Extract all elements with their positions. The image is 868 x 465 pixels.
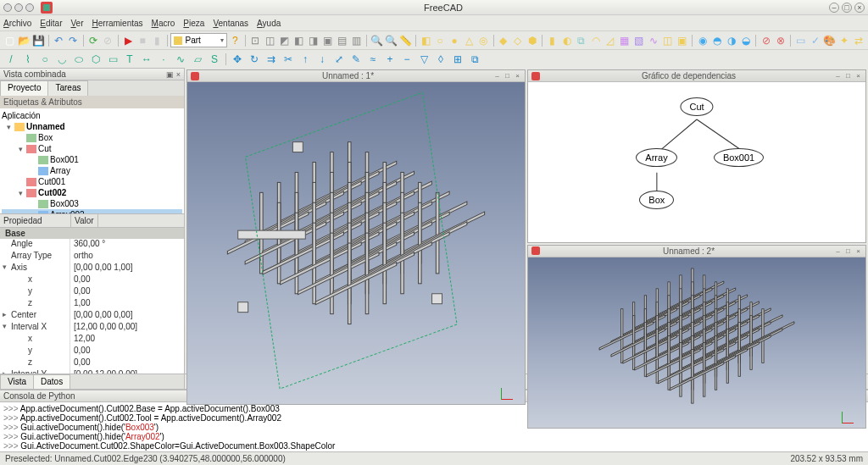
window-min2-icon[interactable]: – — [829, 3, 839, 13]
offset-icon[interactable]: ◫ — [661, 33, 674, 48]
dep-node-box[interactable]: Box — [639, 191, 674, 209]
3d-view-1[interactable]: Unnamed : 1*–□× — [186, 69, 526, 405]
property-row[interactable]: x12,00 — [0, 334, 184, 346]
zoom-in-icon[interactable]: 🔍 — [370, 33, 383, 48]
part-icon[interactable]: ◆ — [497, 33, 509, 48]
menu-herramientas[interactable]: Herramientas — [92, 19, 143, 28]
help-icon[interactable]: ? — [229, 33, 242, 48]
tree-item[interactable]: ▾Unnamed — [2, 121, 182, 132]
3d-view-2[interactable]: Unnamed : 2*–□× — [527, 245, 866, 429]
view-close-icon[interactable]: × — [514, 72, 521, 80]
step-icon[interactable]: ▮ — [151, 33, 164, 48]
view-max-icon[interactable]: □ — [844, 247, 852, 255]
offset2-icon[interactable]: ⇉ — [264, 52, 279, 67]
face-color-icon[interactable]: 🎨 — [823, 33, 836, 48]
view-fit-icon[interactable]: ⊡ — [249, 33, 262, 48]
menu-ayuda[interactable]: Ayuda — [257, 19, 281, 28]
view-iso-icon[interactable]: ◩ — [278, 33, 291, 48]
clone-icon[interactable]: ⧉ — [467, 52, 482, 67]
property-row[interactable]: z1,00 — [0, 298, 184, 310]
view-max-icon[interactable]: □ — [504, 72, 511, 80]
shapestring-icon[interactable]: S — [207, 52, 222, 67]
menu-ver[interactable]: Ver — [70, 19, 83, 28]
property-row[interactable]: Angle360,00 ° — [0, 239, 184, 251]
shape-icon[interactable]: ▭ — [794, 33, 807, 48]
refine-icon[interactable]: ✦ — [837, 33, 850, 48]
property-row[interactable]: ▸Center[0,00 0,00 0,00] — [0, 310, 184, 322]
view-max-icon[interactable]: □ — [844, 72, 852, 80]
prim-icon[interactable]: ◇ — [511, 33, 524, 48]
property-row[interactable]: ▾Interval X[12,00 0,00 0,00] — [0, 322, 184, 334]
polygon-icon[interactable]: ⬡ — [88, 52, 103, 67]
menu-editar[interactable]: Editar — [40, 19, 62, 28]
scale-icon[interactable]: ⤢ — [331, 52, 347, 67]
ruled-icon[interactable]: ▦ — [618, 33, 631, 48]
torus-icon[interactable]: ◎ — [477, 33, 490, 48]
tree-item[interactable]: Box001 — [2, 154, 182, 165]
box-icon[interactable]: ◧ — [420, 33, 432, 48]
downgrade-icon[interactable]: ↓ — [314, 52, 330, 67]
addpoint-icon[interactable]: + — [382, 52, 398, 67]
line-icon[interactable]: / — [3, 52, 19, 67]
window-max2-icon[interactable]: □ — [842, 3, 852, 13]
cylinder-icon[interactable]: ○ — [434, 33, 447, 48]
tree-item[interactable]: Array — [2, 165, 182, 176]
dependency-graph-view[interactable]: Gráfico de dependencias–□× Cut Array Box… — [527, 69, 866, 243]
thickness-icon[interactable]: ▣ — [676, 33, 688, 48]
redo-icon[interactable]: ↷ — [67, 33, 80, 48]
trimex-icon[interactable]: ✂ — [281, 52, 296, 67]
window-max-icon[interactable] — [25, 3, 34, 12]
tab-view[interactable]: Vista — [0, 374, 34, 389]
workbench-selector[interactable]: Part — [170, 33, 226, 47]
dep-node-array[interactable]: Array — [636, 148, 676, 167]
fillet-icon[interactable]: ◠ — [589, 33, 602, 48]
open-icon[interactable]: 📂 — [18, 33, 31, 48]
builder-icon[interactable]: ⬢ — [526, 33, 538, 48]
chamfer-icon[interactable]: ◿ — [604, 33, 616, 48]
tree-item[interactable]: Cut001 — [2, 176, 182, 187]
draft2sketch-icon[interactable]: ◊ — [433, 52, 448, 67]
stop-macro-icon[interactable]: ■ — [136, 33, 149, 48]
property-row[interactable]: y0,00 — [0, 286, 184, 298]
window-min-icon[interactable] — [14, 3, 23, 12]
stop-icon[interactable]: ⊘ — [102, 33, 114, 48]
tab-data[interactable]: Datos — [33, 374, 70, 389]
bspline-icon[interactable]: ∿ — [173, 52, 188, 67]
wire-icon[interactable]: ⌇ — [20, 52, 36, 67]
macro-icon[interactable]: ▶ — [122, 33, 135, 48]
dep-node-box001[interactable]: Box001 — [714, 148, 764, 167]
undo-icon[interactable]: ↶ — [53, 33, 65, 48]
view-top-icon[interactable]: ◧ — [292, 33, 305, 48]
refresh-icon[interactable]: ⟳ — [87, 33, 100, 48]
move-icon[interactable]: ✥ — [230, 52, 245, 67]
menu-pieza[interactable]: Pieza — [183, 19, 204, 28]
text-icon[interactable]: T — [122, 52, 137, 67]
dim-icon[interactable]: ↔ — [139, 52, 154, 67]
property-row[interactable]: y0,00 — [0, 346, 184, 357]
property-row[interactable]: x0,00 — [0, 274, 184, 286]
delpoint-icon[interactable]: − — [399, 52, 415, 67]
ellipse-icon[interactable]: ⬭ — [71, 52, 86, 67]
view-close-icon[interactable]: × — [854, 247, 862, 255]
tree-item[interactable]: ▾Cut002 — [2, 187, 182, 198]
rect-icon[interactable]: ▭ — [105, 52, 120, 67]
mirror-icon[interactable]: ⧉ — [575, 33, 587, 48]
extrude-icon[interactable]: ▮ — [546, 33, 559, 48]
fuse-icon[interactable]: ◑ — [725, 33, 737, 48]
property-row[interactable]: z0,00 — [0, 357, 184, 369]
save-icon[interactable]: 💾 — [32, 33, 45, 48]
property-row[interactable]: ▾Axis[0,00 0,00 1,00] — [0, 263, 184, 274]
tree-item[interactable]: Box003 — [2, 198, 182, 209]
shape2d-icon[interactable]: ▽ — [416, 52, 431, 67]
wire2bs-icon[interactable]: ≈ — [365, 52, 381, 67]
tab-tasks[interactable]: Tareas — [47, 80, 88, 96]
view-left-icon[interactable]: ▥ — [350, 33, 363, 48]
property-table[interactable]: Base Angle360,00 °Array Typeortho▾Axis[0… — [0, 228, 184, 374]
zoom-out-icon[interactable]: 🔍 — [385, 33, 398, 48]
new-icon[interactable]: ▢ — [3, 33, 16, 48]
tab-project[interactable]: Proyecto — [0, 80, 48, 96]
loft-icon[interactable]: ▧ — [632, 33, 645, 48]
window-close2-icon[interactable]: × — [854, 3, 865, 13]
dep-node-cut[interactable]: Cut — [680, 97, 713, 116]
panel-close-icon[interactable]: ▣ × — [166, 70, 181, 79]
